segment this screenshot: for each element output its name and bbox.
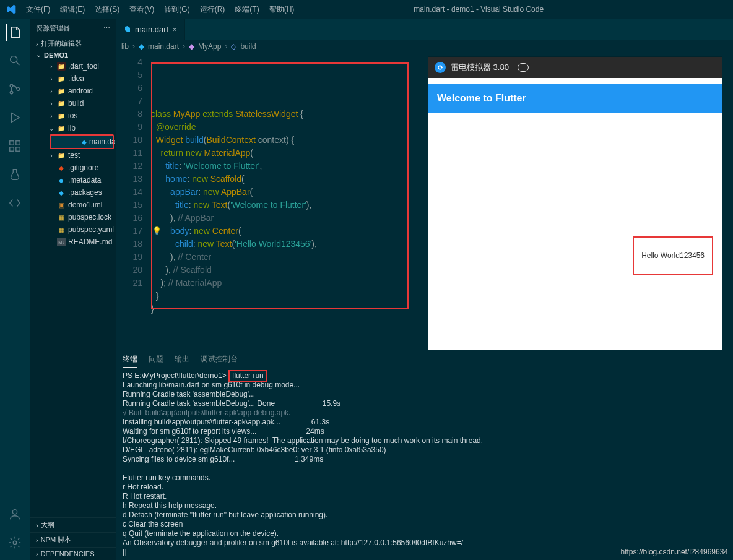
search-icon[interactable] xyxy=(6,52,24,69)
folder-item[interactable]: ›📁build xyxy=(30,97,116,110)
hello-text: Hello World123456 xyxy=(641,251,705,260)
method-icon: ◇ xyxy=(231,42,236,51)
bottom-panel: 终端问题输出调试控制台 PS E:\MyProject\flutter\demo… xyxy=(116,350,733,560)
tree-item-label: .metadata xyxy=(68,176,101,184)
close-tab-icon[interactable]: × xyxy=(172,25,177,34)
testing-icon[interactable] xyxy=(6,166,24,183)
open-editors-section[interactable]: ›打开的编辑器 xyxy=(30,38,116,50)
panel-tab[interactable]: 终端 xyxy=(123,354,137,368)
svg-point-1 xyxy=(10,84,13,87)
more-icon[interactable]: ⋯ xyxy=(103,24,110,32)
sidebar-header-title: 资源管理器 xyxy=(36,24,70,33)
terminal-line: Running Gradle task 'assembleDebug'... xyxy=(123,390,727,399)
terminal-body[interactable]: PS E:\MyProject\flutter\demo1> flutter r… xyxy=(116,368,733,560)
terminal-line: Running Gradle task 'assembleDebug'... D… xyxy=(123,399,727,408)
panel-tab[interactable]: 输出 xyxy=(175,354,189,368)
svg-rect-4 xyxy=(10,141,14,145)
terminal-line: Installing build\app\outputs\flutter-apk… xyxy=(123,418,727,427)
file-item[interactable]: ▦pubspec.lock xyxy=(30,211,116,223)
file-item[interactable]: ◆.gitignore xyxy=(30,162,116,174)
project-section[interactable]: ⌄DEMO1 xyxy=(30,50,116,60)
folder-item[interactable]: ›📁test xyxy=(30,149,116,162)
run-debug-icon[interactable] xyxy=(6,109,24,126)
menu-item[interactable]: 文件(F) xyxy=(22,2,54,17)
extensions-icon[interactable] xyxy=(6,137,24,155)
tab-main-dart[interactable]: main.dart × xyxy=(116,19,185,40)
breadcrumb[interactable]: lib› ◆main.dart› ◆MyApp› ◇build xyxy=(116,40,733,53)
lightbulb-icon[interactable]: 💡 xyxy=(152,225,162,238)
file-icon: ▣ xyxy=(57,200,66,209)
remote-icon[interactable] xyxy=(6,194,24,212)
file-item[interactable]: ◆.metadata xyxy=(30,174,116,186)
menu-item[interactable]: 查看(V) xyxy=(125,2,158,17)
sidebar-header: 资源管理器 ⋯ xyxy=(30,19,116,38)
project-label: DEMO1 xyxy=(44,51,68,59)
tab-label: main.dart xyxy=(135,25,168,34)
file-item[interactable]: ◆.packages xyxy=(30,186,116,199)
breadcrumb-method[interactable]: build xyxy=(240,42,256,51)
tree-item-label: build xyxy=(68,99,84,108)
window-title: main.dart - demo1 - Visual Studio Code xyxy=(298,5,659,14)
watermark: https://blog.csdn.net/l284969634 xyxy=(621,548,728,556)
breadcrumb-class[interactable]: MyApp xyxy=(198,42,221,51)
explorer-icon[interactable] xyxy=(6,24,24,41)
panel-tab[interactable]: 问题 xyxy=(149,354,163,368)
class-icon: ◆ xyxy=(189,42,194,51)
sidebar-section[interactable]: ›DEPENDENCIES xyxy=(30,547,116,560)
line-gutter: 456789101112131415161718192021 xyxy=(116,56,151,329)
file-item[interactable]: ▣demo1.iml xyxy=(30,199,116,211)
terminal-line: D/EGL_adreno( 2811): eglMakeCurrent: 0xb… xyxy=(123,446,727,455)
dart-file-icon xyxy=(124,25,131,33)
file-item[interactable]: M↓README.md xyxy=(30,236,116,248)
menu-item[interactable]: 转到(G) xyxy=(160,2,194,17)
folder-item[interactable]: ›📁android xyxy=(30,85,116,97)
svg-point-0 xyxy=(11,56,17,63)
tree-item-label: README.md xyxy=(68,238,112,246)
breadcrumb-lib[interactable]: lib xyxy=(121,42,129,51)
folder-item[interactable]: ›📁ios xyxy=(30,110,116,122)
terminal-prompt-line: PS E:\MyProject\flutter\demo1> flutter r… xyxy=(123,371,727,381)
dart-file-icon: ◆ xyxy=(139,42,144,51)
tree-item-label: android xyxy=(68,87,93,95)
file-item[interactable]: ▦pubspec.yaml xyxy=(30,223,116,236)
terminal-line: q Quit (terminate the application on the… xyxy=(123,529,727,538)
emulator-logo-icon: ⟳ xyxy=(435,62,446,73)
flutter-appbar: Welcome to Flutter xyxy=(428,84,722,113)
file-icon: ◆ xyxy=(57,176,66,184)
terminal-line: An Observatory debugger and profiler on … xyxy=(123,538,727,548)
activity-bar xyxy=(0,19,30,560)
folder-icon: 📁 xyxy=(57,87,66,95)
accounts-icon[interactable] xyxy=(6,506,24,523)
source-control-icon[interactable] xyxy=(6,80,24,98)
menu-item[interactable]: 帮助(H) xyxy=(265,2,299,17)
open-editors-label: 打开的编辑器 xyxy=(41,39,82,48)
tree-item-label: main.dart xyxy=(89,137,120,146)
menu-bar: 文件(F)编辑(E)选择(S)查看(V)转到(G)运行(R)终端(T)帮助(H) xyxy=(22,2,298,17)
folder-item[interactable]: ›📁.idea xyxy=(30,72,116,85)
menu-item[interactable]: 选择(S) xyxy=(90,2,124,17)
settings-gear-icon[interactable] xyxy=(6,534,24,551)
terminal-line: Flutter run key commands. xyxy=(123,473,727,483)
sidebar-section[interactable]: ›NPM 脚本 xyxy=(30,532,116,547)
emulator-titlebar[interactable]: ⟳ 雷电模拟器 3.80 xyxy=(428,57,722,78)
terminal-line: r Hot reload. xyxy=(123,483,727,492)
tree-item-label: .packages xyxy=(68,188,102,197)
file-icon: M↓ xyxy=(57,238,66,246)
folder-item[interactable]: ›📁.dart_tool xyxy=(30,60,116,72)
file-icon: ▦ xyxy=(57,213,66,222)
folder-item[interactable]: ⌄📁lib xyxy=(30,122,116,134)
tree-item-label: test xyxy=(68,151,80,160)
terminal-line: Waiting for sm g610f to report its views… xyxy=(123,427,727,436)
title-bar: 文件(F)编辑(E)选择(S)查看(V)转到(G)运行(R)终端(T)帮助(H)… xyxy=(0,0,733,19)
menu-item[interactable]: 终端(T) xyxy=(230,2,263,17)
menu-item[interactable]: 编辑(E) xyxy=(56,2,89,17)
tree-item-label: .gitignore xyxy=(68,163,98,172)
svg-rect-6 xyxy=(10,147,14,151)
sidebar-section[interactable]: ›大纲 xyxy=(30,517,116,532)
file-item[interactable]: ◆main.dart xyxy=(51,136,113,148)
tree-item-label: .idea xyxy=(68,74,84,83)
panel-tab[interactable]: 调试控制台 xyxy=(201,354,238,368)
breadcrumb-file[interactable]: main.dart xyxy=(148,42,179,51)
panel-tabs: 终端问题输出调试控制台 xyxy=(116,350,733,368)
menu-item[interactable]: 运行(R) xyxy=(196,2,230,17)
